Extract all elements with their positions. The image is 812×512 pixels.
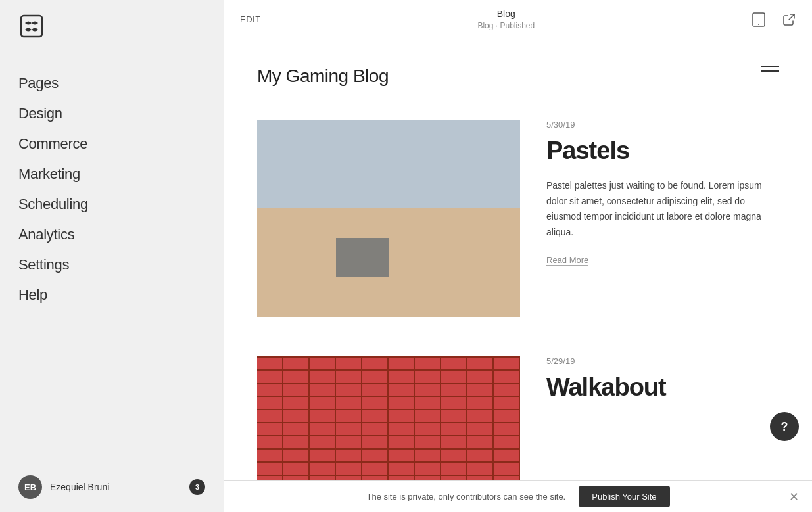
post-image-walkabout[interactable] (257, 356, 520, 480)
sidebar-item-scheduling[interactable]: Scheduling (0, 189, 224, 220)
logo-area (0, 0, 224, 55)
device-preview-button[interactable] (749, 10, 769, 30)
blog-post: 5/30/19 Pastels Pastel palettes just wai… (257, 120, 779, 317)
edit-button[interactable]: EDIT (237, 12, 264, 27)
sidebar-item-help[interactable]: Help (0, 280, 224, 310)
sidebar-item-analytics[interactable]: Analytics (0, 220, 224, 250)
squarespace-logo-icon (18, 13, 45, 39)
read-more-link[interactable]: Read More (546, 255, 588, 266)
main-navigation: Pages Design Commerce Marketing Scheduli… (0, 55, 224, 462)
blog-header: My Gaming Blog (257, 66, 779, 87)
svg-rect-0 (21, 16, 42, 37)
post-title-2: Walkabout (546, 374, 779, 402)
sidebar-item-design[interactable]: Design (0, 99, 224, 129)
sidebar-item-marketing[interactable]: Marketing (0, 159, 224, 189)
sidebar-footer: EB Ezequiel Bruni 3 (0, 462, 224, 512)
sidebar-item-commerce[interactable]: Commerce (0, 129, 224, 159)
page-status: Blog · Published (477, 21, 535, 30)
preview-container: My Gaming Blog 5/30/19 Paste (224, 39, 812, 480)
banner-text: The site is private, only contributors c… (366, 492, 565, 501)
user-name: Ezequiel Bruni (50, 482, 109, 492)
sidebar-item-pages[interactable]: Pages (0, 68, 224, 99)
close-icon: ✕ (789, 490, 799, 503)
sidebar-item-settings[interactable]: Settings (0, 250, 224, 280)
notification-badge[interactable]: 3 (189, 479, 205, 495)
close-banner-button[interactable]: ✕ (789, 490, 799, 504)
tablet-icon (752, 12, 766, 27)
hamburger-line-1 (761, 66, 779, 67)
menu-icon[interactable] (761, 66, 779, 72)
post-title: Pastels (546, 137, 779, 165)
hamburger-line-2 (761, 70, 779, 72)
page-info: Blog Blog · Published (477, 9, 535, 31)
blog-site-title: My Gaming Blog (257, 66, 389, 87)
post-date: 5/30/19 (546, 120, 779, 129)
main-content: EDIT Blog Blog · Published (224, 0, 812, 512)
top-bar-actions (749, 10, 799, 30)
page-title: Blog (477, 9, 535, 19)
publish-button[interactable]: Publish Your Site (579, 486, 669, 507)
help-button[interactable]: ? (770, 412, 799, 441)
post-excerpt: Pastel palettes just waiting to be found… (546, 178, 779, 241)
post-date-2: 5/29/19 (546, 356, 779, 366)
pastels-image (257, 120, 520, 317)
top-bar: EDIT Blog Blog · Published (224, 0, 812, 39)
blog-content: My Gaming Blog 5/30/19 Paste (224, 39, 812, 480)
walkabout-image (257, 356, 520, 480)
post-info-2: 5/29/19 Walkabout (546, 356, 779, 480)
preview-scroll-area[interactable]: My Gaming Blog 5/30/19 Paste (224, 39, 812, 480)
post-image-pastels[interactable] (257, 120, 520, 317)
bottom-banner: The site is private, only contributors c… (224, 480, 812, 512)
user-info[interactable]: EB Ezequiel Bruni (18, 475, 109, 499)
post-info: 5/30/19 Pastels Pastel palettes just wai… (546, 120, 779, 317)
external-link-icon (782, 12, 796, 27)
external-link-button[interactable] (779, 10, 799, 30)
svg-point-2 (758, 24, 759, 25)
avatar: EB (18, 475, 42, 499)
blog-post-2: 5/29/19 Walkabout (257, 356, 779, 480)
sidebar: Pages Design Commerce Marketing Scheduli… (0, 0, 224, 512)
